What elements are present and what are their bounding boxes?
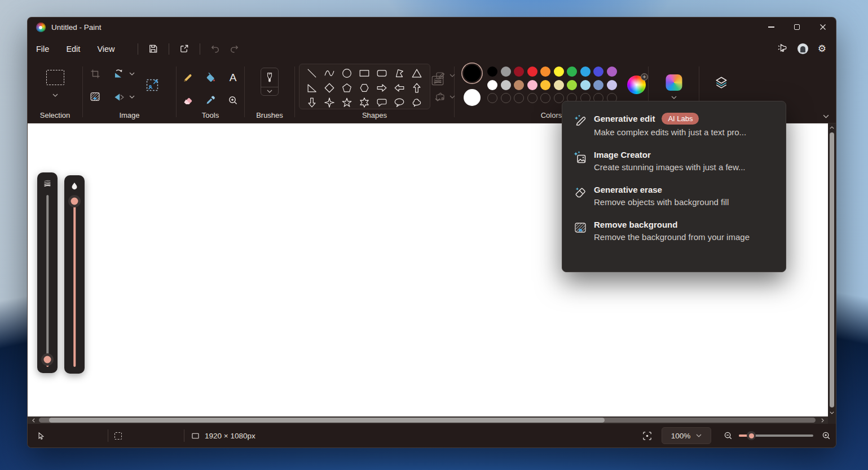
color-swatch[interactable]: [487, 66, 497, 77]
color-swatch[interactable]: [580, 80, 591, 90]
thickness-slider[interactable]: [37, 172, 58, 373]
color-swatch[interactable]: [607, 66, 617, 77]
background-color-swatch[interactable]: [464, 89, 481, 106]
edit-colors-button[interactable]: +: [627, 76, 646, 94]
shape-polygon-icon[interactable]: [393, 66, 406, 80]
color-swatch[interactable]: [554, 66, 564, 77]
menu-item-generative-edit[interactable]: Generative editAI LabsMake complex edits…: [562, 107, 786, 144]
redo-button[interactable]: [225, 41, 244, 57]
shape-star-5-icon[interactable]: [340, 96, 354, 109]
save-button[interactable]: [144, 41, 163, 57]
stroke-width-button[interactable]: [430, 73, 445, 88]
share-button[interactable]: [175, 41, 194, 57]
maximize-button[interactable]: [784, 17, 810, 37]
color-swatch[interactable]: [514, 80, 524, 90]
custom-color-slot[interactable]: [527, 93, 537, 103]
color-swatch[interactable]: [487, 80, 497, 90]
shape-star-4-icon[interactable]: [323, 96, 336, 109]
shape-arrow-left-icon[interactable]: [393, 81, 406, 95]
shape-callout-rounded-icon[interactable]: [375, 96, 389, 109]
shape-rounded-rectangle-icon[interactable]: [375, 66, 389, 80]
color-swatch[interactable]: [540, 80, 550, 90]
layers-button[interactable]: [713, 74, 729, 92]
shape-star-6-icon[interactable]: [358, 96, 371, 109]
color-swatch[interactable]: [501, 80, 511, 90]
zoom-level-dropdown[interactable]: 100%: [662, 427, 711, 444]
opacity-slider[interactable]: [64, 175, 85, 374]
feedback-button[interactable]: [777, 42, 788, 56]
selection-dropdown-chevron[interactable]: [52, 94, 58, 97]
close-button[interactable]: [810, 17, 836, 37]
thickness-slider-thumb[interactable]: [44, 356, 51, 363]
custom-color-slot[interactable]: [501, 93, 511, 103]
menu-item-remove-background[interactable]: Remove backgroundRemove the background f…: [562, 214, 786, 249]
color-swatch[interactable]: [593, 80, 603, 90]
collapse-ribbon-chevron[interactable]: [823, 114, 829, 118]
magnifier-tool-button[interactable]: [227, 94, 239, 107]
text-tool-button[interactable]: A: [227, 72, 239, 84]
shape-callout-cloud-icon[interactable]: [410, 96, 424, 109]
menu-view[interactable]: View: [97, 45, 114, 54]
menu-item-generative-erase[interactable]: Generative eraseRemove objects with back…: [562, 179, 786, 214]
custom-color-slot[interactable]: [487, 93, 497, 103]
selection-tool-icon[interactable]: [46, 70, 64, 85]
color-swatch[interactable]: [567, 66, 577, 77]
fit-to-screen-button[interactable]: [642, 431, 653, 441]
rotate-dropdown-chevron[interactable]: [129, 72, 135, 76]
resize-image-button[interactable]: [145, 78, 160, 95]
scroll-left-icon[interactable]: [28, 418, 39, 423]
shape-line-icon[interactable]: [305, 66, 319, 80]
shape-arrow-right-icon[interactable]: [375, 81, 389, 95]
shape-arrow-down-icon[interactable]: [305, 96, 319, 109]
crop-button[interactable]: [90, 68, 101, 82]
shape-right-triangle-icon[interactable]: [305, 81, 319, 95]
scroll-right-icon[interactable]: [817, 418, 828, 423]
menu-item-image-creator[interactable]: Image CreatorCreate stunning images with…: [562, 144, 786, 179]
shape-arrow-up-icon[interactable]: [410, 81, 424, 95]
shape-curve-icon[interactable]: [323, 66, 336, 80]
foreground-color-swatch[interactable]: [464, 65, 481, 82]
color-swatch[interactable]: [607, 80, 617, 90]
minimize-button[interactable]: [758, 17, 784, 37]
color-swatch[interactable]: [567, 80, 577, 90]
custom-color-slot[interactable]: [554, 93, 564, 103]
color-swatch[interactable]: [593, 66, 603, 77]
zoom-slider-thumb[interactable]: [747, 431, 756, 440]
horizontal-scroll-thumb[interactable]: [49, 418, 605, 423]
scroll-down-icon[interactable]: [830, 409, 834, 416]
shape-rectangle-icon[interactable]: [358, 66, 371, 80]
vertical-scroll-thumb[interactable]: [830, 132, 834, 407]
menu-file[interactable]: File: [36, 45, 49, 54]
brushes-dropdown-chevron[interactable]: [267, 87, 272, 95]
vertical-scrollbar[interactable]: [828, 123, 836, 416]
eraser-tool-button[interactable]: [182, 94, 194, 107]
color-swatch[interactable]: [527, 66, 537, 77]
zoom-in-button[interactable]: [821, 431, 831, 441]
zoom-slider[interactable]: [739, 431, 813, 440]
undo-button[interactable]: [206, 41, 225, 57]
shape-oval-icon[interactable]: [340, 66, 354, 80]
flip-button[interactable]: [112, 91, 125, 105]
color-swatch[interactable]: [514, 66, 524, 77]
custom-color-slot[interactable]: [514, 93, 524, 103]
scroll-up-icon[interactable]: [830, 123, 834, 131]
rotate-button[interactable]: [112, 68, 125, 82]
color-swatch[interactable]: [501, 66, 511, 77]
account-avatar[interactable]: [797, 43, 808, 54]
color-picker-tool-button[interactable]: [204, 94, 217, 107]
shape-hexagon-icon[interactable]: [358, 81, 371, 95]
custom-color-slot[interactable]: [540, 93, 550, 103]
color-swatch[interactable]: [540, 66, 550, 77]
remove-background-button[interactable]: [89, 91, 101, 105]
shape-pentagon-icon[interactable]: [340, 81, 354, 95]
stroke-width-chevron[interactable]: [435, 98, 440, 101]
zoom-out-button[interactable]: [723, 431, 733, 441]
color-swatch[interactable]: [580, 66, 591, 77]
settings-button[interactable]: ⚙: [818, 44, 826, 54]
flip-dropdown-chevron[interactable]: [129, 95, 135, 99]
shape-callout-oval-icon[interactable]: [393, 96, 406, 109]
opacity-slider-thumb[interactable]: [71, 198, 78, 205]
fill-tool-button[interactable]: [204, 72, 217, 84]
pencil-tool-button[interactable]: [182, 72, 194, 84]
copilot-dropdown-chevron[interactable]: [671, 96, 677, 99]
